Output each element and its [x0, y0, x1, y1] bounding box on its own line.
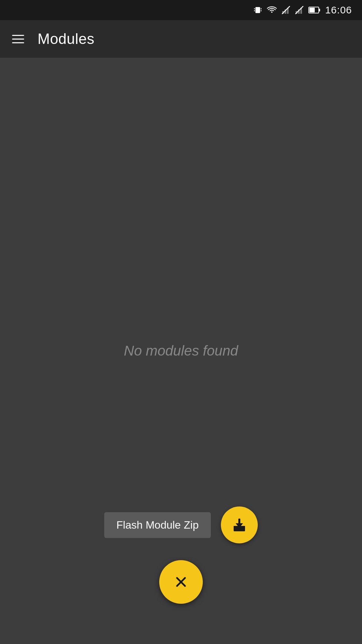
status-time: 16:06	[325, 4, 352, 16]
wifi-icon	[267, 5, 277, 15]
fab-area: Flash Module Zip	[0, 506, 362, 604]
svg-rect-6	[282, 11, 284, 14]
svg-rect-7	[285, 9, 286, 14]
svg-rect-14	[309, 8, 315, 12]
status-icons: 16:06	[253, 4, 352, 16]
vibrate-icon	[253, 6, 262, 14]
flash-module-zip-button[interactable]	[221, 506, 258, 543]
svg-rect-1	[254, 8, 255, 9]
empty-state-message: No modules found	[124, 343, 238, 359]
hamburger-line-2	[12, 39, 24, 40]
flash-module-row: Flash Module Zip	[104, 506, 257, 543]
svg-rect-2	[261, 8, 261, 9]
svg-rect-10	[298, 9, 300, 14]
hamburger-line-3	[12, 42, 24, 43]
no-signal-icon-2	[295, 6, 304, 14]
page-title: Modules	[38, 31, 95, 47]
hamburger-line-1	[12, 35, 24, 36]
app-bar: Modules	[0, 20, 362, 58]
svg-point-5	[271, 11, 273, 13]
svg-rect-11	[300, 8, 302, 14]
battery-icon	[308, 6, 320, 14]
close-icon	[172, 573, 190, 591]
svg-rect-3	[254, 10, 255, 11]
svg-rect-13	[319, 9, 320, 11]
close-fab-button[interactable]	[159, 560, 203, 604]
download-icon	[231, 517, 248, 533]
svg-rect-4	[261, 10, 261, 11]
status-bar: 16:06	[0, 0, 362, 20]
main-content: No modules found Flash Module Zip	[0, 58, 362, 644]
no-signal-icon	[282, 6, 290, 14]
flash-module-label: Flash Module Zip	[104, 512, 210, 538]
svg-rect-8	[287, 8, 289, 14]
svg-rect-0	[255, 7, 260, 13]
hamburger-menu-button[interactable]	[12, 35, 24, 43]
svg-rect-9	[296, 11, 297, 14]
